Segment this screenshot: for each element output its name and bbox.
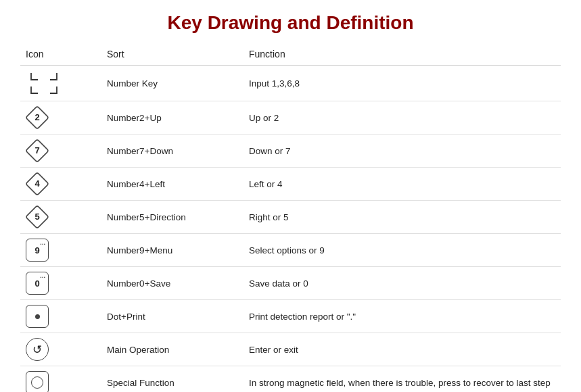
page-title: Key Drawing and Definition — [0, 0, 581, 45]
svg-text:2: 2 — [34, 112, 39, 122]
rounded-dots-icon-9: 9 ⋯ — [26, 239, 96, 262]
col-header-function: Function — [243, 45, 561, 66]
table-row-number0-save: 0 ⋯ Number0+SaveSave data or 0 — [20, 267, 561, 300]
table-row-number2-up: 2 Number2+UpUp or 2 — [20, 101, 561, 134]
sort-cell-number9-menu: Number9+Menu — [101, 234, 243, 267]
function-cell-dot-print: Print detection report or "." — [243, 300, 561, 333]
sort-cell-number7-down: Number7+Down — [101, 134, 243, 168]
rounded-dots-icon-0: 0 ⋯ — [26, 272, 96, 295]
diamond-icon-2: 2 — [26, 106, 96, 129]
corner-arrows-icon — [26, 70, 96, 96]
diamond-icon-7: 7 — [26, 139, 96, 162]
icon-cell-number9-menu: 9 ⋯ — [20, 234, 101, 267]
icon-cell-dot-print — [20, 300, 101, 333]
table-row-number4-left: 4 Number4+LeftLeft or 4 — [20, 168, 561, 201]
function-cell-number7-down: Down or 7 — [243, 134, 561, 168]
sort-cell-number4-left: Number4+Left — [101, 168, 243, 201]
main-table-container: Icon Sort Function Number KeyInput 1,3,6… — [0, 45, 581, 392]
function-cell-number9-menu: Select options or 9 — [243, 234, 561, 267]
function-cell-main-operation: Enter or exit — [243, 333, 561, 366]
table-row-main-operation: ↺ Main OperationEnter or exit — [20, 333, 561, 366]
icon-cell-special-function — [20, 366, 101, 393]
function-cell-number0-save: Save data or 0 — [243, 267, 561, 300]
square-circle-icon — [26, 371, 96, 392]
col-header-icon: Icon — [20, 45, 101, 66]
icon-cell-number-key — [20, 66, 101, 101]
definition-table: Icon Sort Function Number KeyInput 1,3,6… — [20, 45, 561, 392]
svg-text:7: 7 — [34, 145, 39, 155]
icon-cell-number0-save: 0 ⋯ — [20, 267, 101, 300]
sort-cell-number5-direction: Number5+Direction — [101, 201, 243, 234]
icon-cell-number4-left: 4 — [20, 168, 101, 201]
svg-text:4: 4 — [34, 178, 40, 189]
sort-cell-number0-save: Number0+Save — [101, 267, 243, 300]
table-row-number9-menu: 9 ⋯ Number9+MenuSelect options or 9 — [20, 234, 561, 267]
sort-cell-number-key: Number Key — [101, 66, 243, 101]
diamond-icon-4: 4 — [26, 172, 96, 195]
sort-cell-dot-print: Dot+Print — [101, 300, 243, 333]
icon-cell-number5-direction: 5 — [20, 201, 101, 234]
sort-cell-number2-up: Number2+Up — [101, 101, 243, 134]
function-cell-number5-direction: Right or 5 — [243, 201, 561, 234]
function-cell-special-function: In strong magnetic field, when there is … — [243, 366, 561, 393]
diamond-icon-5: 5 — [26, 205, 96, 228]
icon-cell-number2-up: 2 — [20, 101, 101, 134]
function-cell-number-key: Input 1,3,6,8 — [243, 66, 561, 101]
table-row-number7-down: 7 Number7+DownDown or 7 — [20, 134, 561, 168]
table-row-special-function: Special FunctionIn strong magnetic field… — [20, 366, 561, 393]
dot-print-icon — [26, 305, 96, 328]
sort-cell-special-function: Special Function — [101, 366, 243, 393]
sort-cell-main-operation: Main Operation — [101, 333, 243, 366]
col-header-sort: Sort — [101, 45, 243, 66]
function-cell-number4-left: Left or 4 — [243, 168, 561, 201]
table-row-dot-print: Dot+PrintPrint detection report or "." — [20, 300, 561, 333]
table-row-number5-direction: 5 Number5+DirectionRight or 5 — [20, 201, 561, 234]
circle-arrows-icon: ↺ — [26, 338, 96, 361]
function-cell-number2-up: Up or 2 — [243, 101, 561, 134]
svg-text:5: 5 — [34, 212, 39, 222]
icon-cell-number7-down: 7 — [20, 134, 101, 168]
icon-cell-main-operation: ↺ — [20, 333, 101, 366]
table-row-number-key: Number KeyInput 1,3,6,8 — [20, 66, 561, 101]
